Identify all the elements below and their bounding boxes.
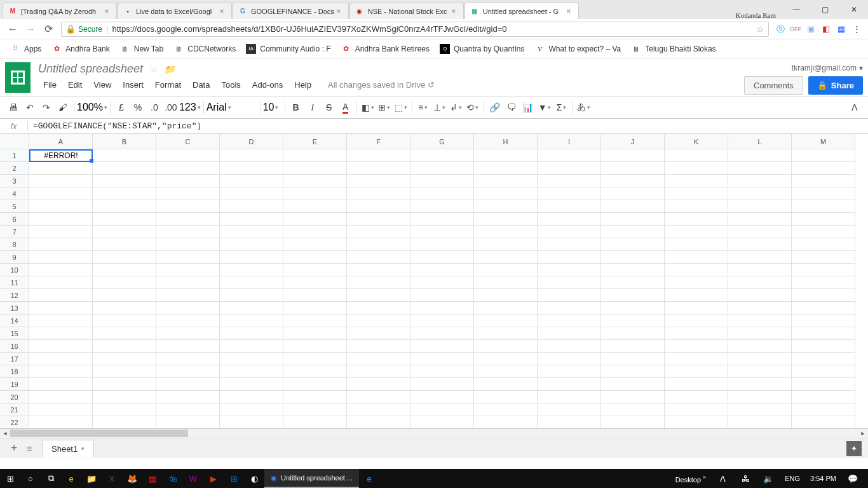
cell[interactable] <box>283 276 347 289</box>
cell[interactable] <box>410 251 474 264</box>
cell[interactable] <box>601 149 665 162</box>
cell[interactable] <box>665 187 728 200</box>
row-header[interactable]: 12 <box>0 289 29 302</box>
cell[interactable] <box>29 289 93 302</box>
add-sheet-button[interactable]: + <box>6 442 22 455</box>
cell[interactable] <box>601 391 665 403</box>
row-header[interactable]: 4 <box>0 187 29 200</box>
back-button[interactable]: ← <box>4 20 22 38</box>
cell[interactable] <box>601 175 665 187</box>
cell[interactable] <box>728 340 792 353</box>
extension-icon[interactable]: ▦ <box>834 22 849 37</box>
cell[interactable] <box>474 416 538 429</box>
cell[interactable] <box>410 378 474 391</box>
column-header[interactable]: F <box>347 134 410 149</box>
folder-icon[interactable]: 📁 <box>164 64 175 74</box>
cell[interactable] <box>93 416 156 429</box>
cell[interactable] <box>156 327 220 340</box>
cell[interactable] <box>410 200 474 213</box>
cell[interactable] <box>538 327 601 340</box>
cell[interactable] <box>220 416 283 429</box>
bookmark-item[interactable]: ✿Andhra Bank Retirees <box>336 44 435 54</box>
cell[interactable] <box>29 187 93 200</box>
cell[interactable] <box>792 416 855 429</box>
cell[interactable] <box>29 353 93 365</box>
cell[interactable] <box>792 175 855 187</box>
cell[interactable] <box>665 162 728 175</box>
cell[interactable] <box>410 391 474 403</box>
cell[interactable] <box>665 403 728 416</box>
close-button[interactable]: ✕ <box>839 0 868 19</box>
column-header[interactable]: H <box>474 134 538 149</box>
cell[interactable] <box>474 238 538 251</box>
cell[interactable] <box>283 175 347 187</box>
cell[interactable] <box>347 365 410 378</box>
menu-tools[interactable]: Tools <box>216 78 245 92</box>
cell[interactable] <box>93 251 156 264</box>
menu-addons[interactable]: Add-ons <box>247 78 288 92</box>
cell[interactable] <box>792 302 855 315</box>
cell[interactable] <box>601 162 665 175</box>
cell[interactable] <box>220 403 283 416</box>
row-header[interactable]: 6 <box>0 213 29 226</box>
cell[interactable] <box>93 276 156 289</box>
cell[interactable] <box>347 403 410 416</box>
close-icon[interactable]: × <box>449 6 458 16</box>
cell[interactable] <box>601 264 665 276</box>
cell[interactable] <box>347 391 410 403</box>
chrome-user-label[interactable]: Kodanda Ram <box>729 11 782 19</box>
cell[interactable] <box>347 187 410 200</box>
cell[interactable] <box>792 162 855 175</box>
bold-button[interactable]: B <box>288 99 304 116</box>
cell[interactable] <box>538 315 601 327</box>
cell[interactable] <box>728 162 792 175</box>
cell[interactable] <box>283 238 347 251</box>
cell[interactable] <box>410 327 474 340</box>
cell[interactable] <box>29 315 93 327</box>
cell[interactable] <box>283 353 347 365</box>
cell[interactable] <box>347 226 410 238</box>
cell[interactable] <box>347 276 410 289</box>
cell[interactable] <box>93 289 156 302</box>
cell[interactable] <box>347 340 410 353</box>
bookmark-item[interactable]: 🗎Telugu Bhakti Slokas <box>626 44 721 54</box>
all-sheets-button[interactable]: ≡ <box>22 444 37 454</box>
cell[interactable] <box>93 149 156 162</box>
cell[interactable] <box>93 162 156 175</box>
cell[interactable] <box>665 353 728 365</box>
strikethrough-button[interactable]: S <box>321 99 337 116</box>
cell[interactable] <box>474 200 538 213</box>
increase-decimal-button[interactable]: .00 <box>163 99 179 116</box>
cell[interactable] <box>29 226 93 238</box>
cell[interactable] <box>728 238 792 251</box>
cell[interactable] <box>347 416 410 429</box>
cell[interactable] <box>665 213 728 226</box>
cell[interactable] <box>792 403 855 416</box>
cell[interactable] <box>283 302 347 315</box>
cell[interactable] <box>283 251 347 264</box>
cell[interactable] <box>347 175 410 187</box>
cell[interactable] <box>474 264 538 276</box>
cell[interactable] <box>220 276 283 289</box>
cell[interactable] <box>665 340 728 353</box>
fx-icon[interactable]: fx <box>0 121 28 131</box>
cell[interactable] <box>29 276 93 289</box>
scroll-right-icon[interactable]: ► <box>858 429 868 438</box>
cell[interactable] <box>538 264 601 276</box>
horizontal-scrollbar[interactable]: ◄ ► <box>0 429 868 438</box>
cell[interactable] <box>474 391 538 403</box>
cell[interactable] <box>347 315 410 327</box>
cell[interactable] <box>792 353 855 365</box>
cell[interactable] <box>93 365 156 378</box>
cell[interactable] <box>347 264 410 276</box>
cell[interactable] <box>728 175 792 187</box>
row-header[interactable]: 1 <box>0 149 29 162</box>
cell[interactable] <box>283 365 347 378</box>
cell[interactable] <box>156 365 220 378</box>
input-tools-button[interactable]: あ <box>575 99 592 116</box>
cell[interactable] <box>601 416 665 429</box>
cell[interactable] <box>538 289 601 302</box>
doc-title[interactable]: Untitled spreadsheet <box>38 62 143 76</box>
cell[interactable] <box>156 187 220 200</box>
halign-button[interactable]: ≡ <box>415 99 431 116</box>
